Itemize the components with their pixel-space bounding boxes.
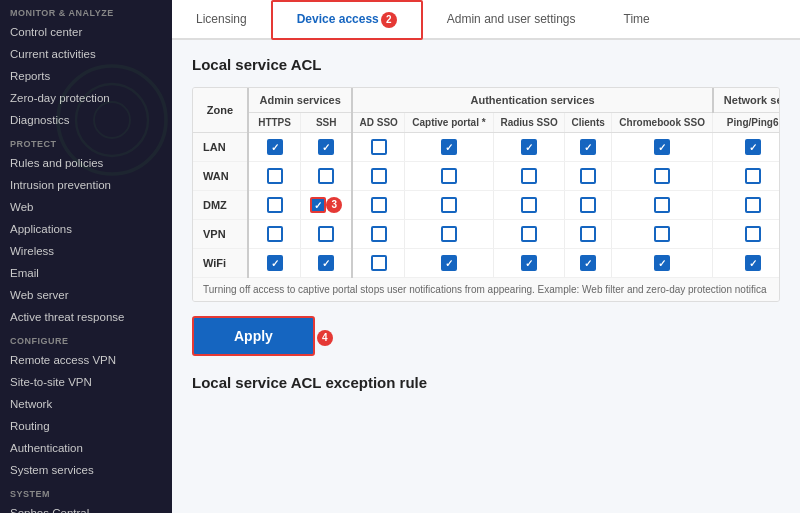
checkbox-dmz-col5[interactable] — [580, 197, 596, 213]
col-group-zone: Zone — [193, 88, 248, 133]
checkbox-wan-col7[interactable] — [745, 168, 761, 184]
check-cell — [713, 133, 780, 162]
checkbox-wifi-col5[interactable] — [580, 255, 596, 271]
sidebar-item-remote-access-vpn[interactable]: Remote access VPN — [0, 349, 172, 371]
sidebar-item-web-server[interactable]: Web server — [0, 284, 172, 306]
check-cell — [565, 191, 612, 220]
col-header-captive-portal--: Captive portal * — [405, 113, 494, 133]
sidebar-item-web[interactable]: Web — [0, 196, 172, 218]
zone-cell-wifi: WiFi — [193, 249, 248, 278]
sidebar-item-network[interactable]: Network — [0, 393, 172, 415]
check-cell — [565, 220, 612, 249]
checkbox-wifi-col7[interactable] — [745, 255, 761, 271]
checkbox-wan-col2[interactable] — [371, 168, 387, 184]
zone-cell-wan: WAN — [193, 162, 248, 191]
sidebar-item-intrusion-prevention[interactable]: Intrusion prevention — [0, 174, 172, 196]
checkbox-dmz-col7[interactable] — [745, 197, 761, 213]
section-title: Local service ACL — [192, 56, 780, 73]
sidebar-item-zero-day-protection[interactable]: Zero-day protection — [0, 87, 172, 109]
checkbox-wan-col5[interactable] — [580, 168, 596, 184]
check-cell — [713, 220, 780, 249]
check-cell — [493, 249, 565, 278]
table-row: LAN — [193, 133, 780, 162]
checkbox-vpn-col5[interactable] — [580, 226, 596, 242]
checkbox-wifi-col4[interactable] — [521, 255, 537, 271]
sidebar-item-email[interactable]: Email — [0, 262, 172, 284]
sidebar-item-system-services[interactable]: System services — [0, 459, 172, 481]
checkbox-wan-col4[interactable] — [521, 168, 537, 184]
checkbox-vpn-col0[interactable] — [267, 226, 283, 242]
sidebar-item-authentication[interactable]: Authentication — [0, 437, 172, 459]
sidebar-item-sophos-central[interactable]: Sophos Central — [0, 502, 172, 513]
checkbox-vpn-col1[interactable] — [318, 226, 334, 242]
check-cell — [301, 133, 353, 162]
sidebar-section-label-configure: CONFIGURE — [0, 328, 172, 349]
checkbox-wifi-col0[interactable] — [267, 255, 283, 271]
checkbox-lan-col2[interactable] — [371, 139, 387, 155]
section-title2: Local service ACL exception rule — [192, 374, 780, 391]
checkbox-vpn-col4[interactable] — [521, 226, 537, 242]
sidebar-item-wireless[interactable]: Wireless — [0, 240, 172, 262]
zone-cell-dmz: DMZ — [193, 191, 248, 220]
check-cell — [352, 191, 404, 220]
sidebar-item-diagnostics[interactable]: Diagnostics — [0, 109, 172, 131]
check-cell — [301, 162, 353, 191]
sidebar-item-current-activities[interactable]: Current activities — [0, 43, 172, 65]
checkbox-lan-col1[interactable] — [318, 139, 334, 155]
check-cell — [405, 191, 494, 220]
checkbox-wifi-col6[interactable] — [654, 255, 670, 271]
sidebar-item-rules-and-policies[interactable]: Rules and policies — [0, 152, 172, 174]
tab-licensing[interactable]: Licensing — [172, 0, 271, 40]
check-cell — [352, 220, 404, 249]
col-group-network: Network se — [713, 88, 780, 113]
checkbox-vpn-col2[interactable] — [371, 226, 387, 242]
sidebar-item-active-threat-response[interactable]: Active threat response — [0, 306, 172, 328]
table-row: VPN — [193, 220, 780, 249]
checkbox-dmz-col6[interactable] — [654, 197, 670, 213]
tab-admin-user-settings[interactable]: Admin and user settings — [423, 0, 600, 40]
checkbox-lan-col4[interactable] — [521, 139, 537, 155]
checkbox-wifi-col1[interactable] — [318, 255, 334, 271]
checkbox-lan-col0[interactable] — [267, 139, 283, 155]
checkbox-dmz-col4[interactable] — [521, 197, 537, 213]
zone-cell-vpn: VPN — [193, 220, 248, 249]
sidebar-section-label-system: SYSTEM — [0, 481, 172, 502]
checkbox-dmz-col1[interactable] — [310, 197, 326, 213]
checkbox-lan-col5[interactable] — [580, 139, 596, 155]
check-cell — [493, 220, 565, 249]
checkbox-dmz-col2[interactable] — [371, 197, 387, 213]
table-row: WiFi — [193, 249, 780, 278]
checkbox-wan-col6[interactable] — [654, 168, 670, 184]
checkbox-vpn-col6[interactable] — [654, 226, 670, 242]
checkbox-dmz-col3[interactable] — [441, 197, 457, 213]
main-content: LicensingDevice access2Admin and user se… — [172, 0, 800, 513]
sidebar-item-site-to-site-vpn[interactable]: Site-to-site VPN — [0, 371, 172, 393]
sidebar-item-reports[interactable]: Reports — [0, 65, 172, 87]
checkbox-vpn-col7[interactable] — [745, 226, 761, 242]
sidebar-item-applications[interactable]: Applications — [0, 218, 172, 240]
checkbox-lan-col3[interactable] — [441, 139, 457, 155]
sidebar-item-control-center[interactable]: Control center — [0, 21, 172, 43]
checkbox-dmz-col0[interactable] — [267, 197, 283, 213]
sidebar-item-routing[interactable]: Routing — [0, 415, 172, 437]
tab-time[interactable]: Time — [600, 0, 674, 40]
check-cell — [248, 162, 301, 191]
check-cell — [493, 162, 565, 191]
acl-table: ZoneAdmin servicesAuthentication service… — [193, 88, 780, 301]
apply-button[interactable]: Apply — [192, 316, 315, 356]
check-cell — [352, 249, 404, 278]
checkbox-wifi-col2[interactable] — [371, 255, 387, 271]
checkbox-wan-col0[interactable] — [267, 168, 283, 184]
checkbox-lan-col7[interactable] — [745, 139, 761, 155]
check-cell — [611, 249, 712, 278]
check-cell — [352, 162, 404, 191]
checkbox-wifi-col3[interactable] — [441, 255, 457, 271]
col-header-https: HTTPS — [248, 113, 301, 133]
checkbox-wan-col3[interactable] — [441, 168, 457, 184]
checkbox-vpn-col3[interactable] — [441, 226, 457, 242]
tab-device-access[interactable]: Device access2 — [271, 0, 423, 40]
check-cell — [248, 249, 301, 278]
check-cell — [301, 249, 353, 278]
checkbox-wan-col1[interactable] — [318, 168, 334, 184]
checkbox-lan-col6[interactable] — [654, 139, 670, 155]
